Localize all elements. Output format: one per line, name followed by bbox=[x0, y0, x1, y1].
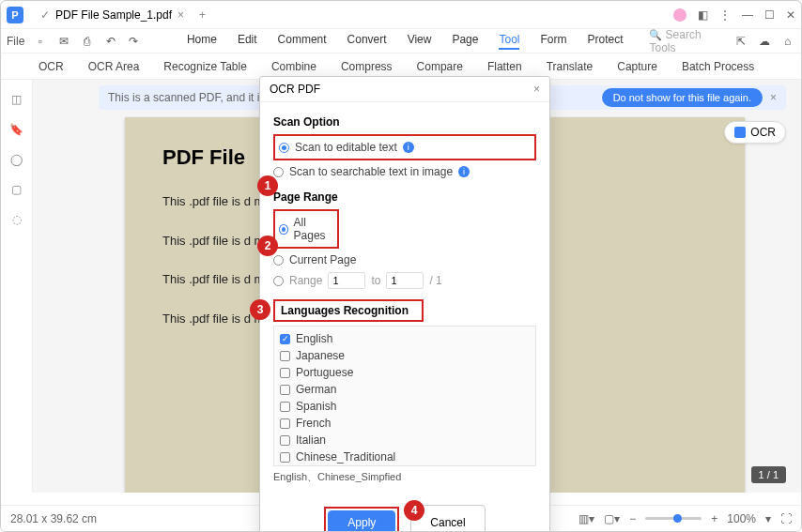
cloud-icon[interactable]: ☁ bbox=[756, 35, 772, 48]
checkbox-icon bbox=[280, 418, 290, 429]
tab-filename: PDF File Sample_1.pdf bbox=[55, 8, 172, 22]
comments-panel-icon[interactable]: ◯ bbox=[10, 153, 23, 166]
radio-icon bbox=[273, 167, 284, 177]
menu-home[interactable]: Home bbox=[187, 33, 217, 50]
menu-convert[interactable]: Convert bbox=[347, 33, 387, 50]
undo-icon[interactable]: ↶ bbox=[102, 35, 118, 48]
checkbox-icon bbox=[280, 368, 290, 378]
home-icon[interactable]: ⌂ bbox=[779, 35, 795, 48]
language-item[interactable]: Japanese bbox=[280, 347, 530, 364]
menu-view[interactable]: View bbox=[408, 33, 432, 50]
document-tab[interactable]: ✓ PDF File Sample_1.pdf × bbox=[31, 5, 193, 25]
tb-flatten[interactable]: Flatten bbox=[487, 60, 522, 73]
notification-icon[interactable]: ◧ bbox=[698, 8, 708, 22]
print-icon[interactable]: ⎙ bbox=[79, 35, 95, 48]
tb-ocr[interactable]: OCR bbox=[39, 60, 64, 73]
save-icon[interactable]: ▫ bbox=[32, 35, 48, 48]
radio-all-pages[interactable]: All Pages bbox=[279, 213, 333, 245]
callout-3: 3 bbox=[250, 299, 270, 320]
titlebar: P ✓ PDF File Sample_1.pdf × + ◧ ⋮ — ☐ ✕ bbox=[1, 1, 801, 29]
fullscreen-icon[interactable]: ⛶ bbox=[780, 512, 792, 525]
bookmarks-icon[interactable]: 🔖 bbox=[9, 123, 23, 136]
language-item[interactable]: Chinese_Simpfied bbox=[280, 465, 530, 466]
tb-recognize[interactable]: Recognize Table bbox=[163, 60, 247, 73]
zoom-slider[interactable] bbox=[645, 517, 702, 520]
thumbnails-icon[interactable]: ◫ bbox=[11, 93, 22, 106]
radio-range[interactable]: Range to / 1 bbox=[273, 269, 536, 292]
dialog-title: OCR PDF bbox=[270, 83, 320, 96]
zoom-value: 100% bbox=[727, 512, 756, 525]
tb-ocr-area[interactable]: OCR Area bbox=[88, 60, 140, 73]
language-item[interactable]: Spanish bbox=[280, 398, 530, 415]
language-summary: English、Chinese_Simpfied bbox=[273, 470, 536, 484]
add-tab-icon[interactable]: + bbox=[199, 8, 206, 22]
zoom-in-icon[interactable]: + bbox=[711, 512, 717, 525]
language-list[interactable]: EnglishJapanesePortugueseGermanSpanishFr… bbox=[273, 326, 536, 466]
radio-icon bbox=[273, 255, 284, 266]
language-item[interactable]: German bbox=[280, 381, 530, 398]
dialog-close-icon[interactable]: × bbox=[533, 83, 540, 96]
tb-batch[interactable]: Batch Process bbox=[682, 60, 754, 73]
maximize-icon[interactable]: ☐ bbox=[764, 8, 775, 22]
menu-comment[interactable]: Comment bbox=[278, 33, 327, 50]
language-item[interactable]: Italian bbox=[280, 432, 530, 448]
menu-form[interactable]: Form bbox=[540, 33, 566, 50]
close-tab-icon[interactable]: × bbox=[177, 8, 184, 22]
tb-compress[interactable]: Compress bbox=[341, 60, 393, 73]
tb-combine[interactable]: Combine bbox=[271, 60, 316, 73]
avatar-icon[interactable] bbox=[673, 8, 686, 22]
check-icon: ✓ bbox=[40, 8, 50, 22]
banner-close-icon[interactable]: × bbox=[770, 91, 777, 104]
language-item[interactable]: French bbox=[280, 415, 530, 432]
zoom-dropdown-icon[interactable]: ▾ bbox=[765, 512, 771, 525]
menu-tool[interactable]: Tool bbox=[499, 33, 519, 50]
checkbox-icon bbox=[280, 402, 290, 412]
zoom-out-icon[interactable]: − bbox=[629, 512, 636, 525]
ocr-icon bbox=[734, 127, 746, 138]
radio-current-page[interactable]: Current Page bbox=[273, 251, 536, 269]
tb-compare[interactable]: Compare bbox=[417, 60, 463, 73]
info-icon[interactable]: i bbox=[403, 142, 414, 153]
lang-title: Languages Recognition bbox=[281, 304, 416, 317]
callout-2: 2 bbox=[257, 236, 278, 256]
file-menu[interactable]: File bbox=[7, 35, 24, 48]
page-range-title: Page Range bbox=[273, 190, 536, 204]
radio-searchable[interactable]: Scan to searchable text in image i bbox=[273, 162, 536, 181]
radio-icon bbox=[279, 143, 289, 153]
redo-icon[interactable]: ↷ bbox=[126, 35, 142, 48]
info-icon[interactable]: i bbox=[458, 166, 470, 177]
minimize-icon[interactable]: — bbox=[742, 8, 753, 22]
range-from-input[interactable] bbox=[328, 272, 365, 289]
share-icon[interactable]: ⇱ bbox=[733, 35, 748, 48]
checkbox-icon bbox=[280, 452, 290, 463]
callout-4: 4 bbox=[404, 500, 424, 521]
sidebar: ◫ 🔖 ◯ ▢ ◌ bbox=[1, 80, 33, 493]
menu-edit[interactable]: Edit bbox=[238, 33, 257, 50]
language-item[interactable]: English bbox=[280, 330, 530, 347]
checkbox-icon bbox=[280, 334, 290, 344]
menu-page[interactable]: Page bbox=[452, 33, 478, 50]
dialog-header: OCR PDF × bbox=[260, 77, 549, 102]
radio-icon bbox=[279, 224, 288, 235]
checkbox-icon bbox=[280, 385, 290, 395]
search-tools[interactable]: 🔍 Search Tools bbox=[649, 28, 717, 54]
more-icon[interactable]: ⋮ bbox=[719, 8, 731, 22]
language-item[interactable]: Portuguese bbox=[280, 364, 530, 381]
search-panel-icon[interactable]: ◌ bbox=[12, 213, 22, 226]
range-to-input[interactable] bbox=[386, 272, 424, 289]
radio-editable[interactable]: Scan to editable text i bbox=[279, 138, 531, 157]
banner-btn-noshow[interactable]: Do not show for this file again. bbox=[602, 88, 763, 107]
close-window-icon[interactable]: ✕ bbox=[786, 8, 795, 22]
tb-translate[interactable]: Translate bbox=[547, 60, 594, 73]
apply-button[interactable]: Apply bbox=[328, 510, 395, 532]
fit-mode-icon[interactable]: ▢▾ bbox=[604, 512, 620, 525]
attachments-icon[interactable]: ▢ bbox=[11, 183, 22, 196]
ocr-float-button[interactable]: OCR bbox=[724, 121, 786, 144]
menu-protect[interactable]: Protect bbox=[587, 33, 623, 50]
mail-icon[interactable]: ✉ bbox=[55, 35, 71, 48]
checkbox-icon bbox=[280, 351, 290, 361]
tb-capture[interactable]: Capture bbox=[617, 60, 657, 73]
view-mode-icon[interactable]: ▥▾ bbox=[578, 512, 594, 525]
language-item[interactable]: Chinese_Traditional bbox=[280, 448, 530, 465]
highlight-box-1: Scan to editable text i bbox=[273, 134, 536, 160]
